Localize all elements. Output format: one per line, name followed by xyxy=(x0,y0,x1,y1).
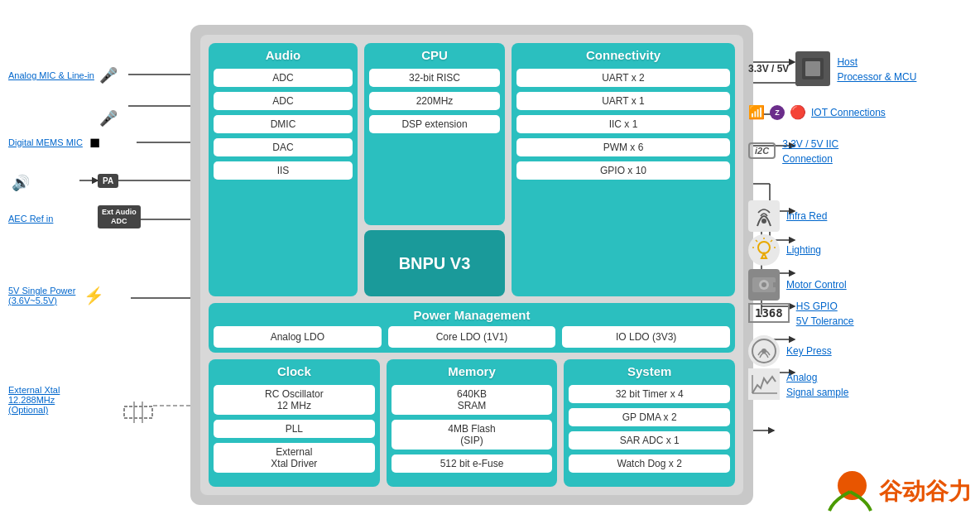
i2c-icon: i2C xyxy=(748,142,776,159)
cpu-item-1: 220MHz xyxy=(369,92,500,110)
keypress-group: Key Press xyxy=(748,335,832,367)
ir-label[interactable]: Infra Red xyxy=(786,210,827,222)
svg-rect-27 xyxy=(805,61,820,76)
voltage-label: 3.3V / 5V xyxy=(748,63,789,75)
svg-point-40 xyxy=(761,219,766,224)
svg-rect-51 xyxy=(773,282,778,287)
power-icon: ⚡ xyxy=(84,286,104,305)
xtal-symbol xyxy=(122,400,154,428)
cpu-section: CPU 32-bit RISC 220MHz DSP extension xyxy=(364,43,505,225)
analog-mic-text[interactable]: Analog MIC & Line-in xyxy=(8,70,94,80)
speaker-icon: 🔊 xyxy=(12,174,30,192)
memory-item-0: 640KB SRAM xyxy=(392,385,553,415)
keypress-label[interactable]: Key Press xyxy=(786,345,832,357)
pa-box: PA xyxy=(98,174,118,188)
iot-label[interactable]: IOT Connections xyxy=(811,107,886,118)
chip-board: Audio ADC ADC DMIC DAC IIS CPU 32-bit RI… xyxy=(190,25,753,505)
bnpu-section: BNPU V3 xyxy=(364,230,505,296)
system-title: System xyxy=(627,364,671,378)
power-text[interactable]: 5V Single Power xyxy=(8,286,75,296)
audio-item-2: DMIC xyxy=(214,115,353,133)
audio-item-4: IIS xyxy=(214,161,353,180)
system-item-0: 32 bit Timer x 4 xyxy=(569,385,730,403)
system-item-3: Watch Dog x 2 xyxy=(569,454,730,473)
wifi-icon: 📶 xyxy=(748,104,765,120)
system-section: System 32 bit Timer x 4 GP DMA x 2 SAR A… xyxy=(564,359,735,487)
power-label: 5V Single Power (3.6V~5.5V) ⚡ xyxy=(8,286,104,305)
memory-item-2: 512 bit e-Fuse xyxy=(392,454,553,473)
memory-section: Memory 640KB SRAM 4MB Flash (SIP) 512 bi… xyxy=(387,359,558,487)
analog-sig-group: Analog Signal sample xyxy=(748,368,848,400)
host-proc-label[interactable]: Host Processor & MCU xyxy=(837,54,916,84)
cpu-title: CPU xyxy=(421,48,448,62)
watermark-text: 谷动谷力 xyxy=(879,476,972,507)
lighting-label[interactable]: Lighting xyxy=(786,244,821,256)
clock-section: Clock RC Oscillator 12 MHz PLL External … xyxy=(209,359,380,487)
power-item-1: Core LDO (1V1) xyxy=(388,326,556,348)
svg-rect-36 xyxy=(797,72,802,75)
system-item-2: SAR ADC x 1 xyxy=(569,431,730,450)
ir-icon xyxy=(748,200,780,232)
iot-group: 📶 Z 🔴 IOT Connections xyxy=(748,104,886,120)
aec-ref-label: AEC Ref in xyxy=(8,214,53,224)
left-labels: Analog MIC & Line-in 🎤 🎤 Digital MEMS MI… xyxy=(0,0,190,529)
svg-point-50 xyxy=(761,282,766,287)
svg-rect-39 xyxy=(824,72,829,75)
inner-board: Audio ADC ADC DMIC DAC IIS CPU 32-bit RI… xyxy=(200,35,743,495)
svg-line-45 xyxy=(771,240,772,242)
memory-title: Memory xyxy=(448,364,496,378)
svg-rect-35 xyxy=(797,67,802,70)
mic-icon-2: 🎤 xyxy=(99,109,118,127)
aec-ref-text[interactable]: AEC Ref in xyxy=(8,214,53,224)
mems-icon: ◼ xyxy=(89,134,100,150)
svg-rect-32 xyxy=(811,79,814,84)
digital-mems-text[interactable]: Digital MEMS MIC xyxy=(8,137,83,147)
svg-rect-31 xyxy=(806,79,809,84)
audio-item-3: DAC xyxy=(214,138,353,156)
clock-item-1: PLL xyxy=(214,420,375,438)
analog-sig-label: Analog Signal sample xyxy=(786,369,848,399)
connectivity-section: Connectivity UART x 2 UART x 1 IIC x 1 P… xyxy=(512,43,735,296)
light-icon xyxy=(748,234,780,266)
watermark: 谷动谷力 xyxy=(825,471,972,512)
right-host-group: 3.3V / 5V xyxy=(748,51,916,86)
zigbee-icon: Z xyxy=(770,105,785,120)
conn-item-0: UART x 2 xyxy=(516,69,730,87)
motor-label[interactable]: Motor Control xyxy=(786,279,847,291)
conn-item-2: IIC x 1 xyxy=(516,115,730,133)
seg-display: 1368 xyxy=(748,303,790,323)
motor-group: Motor Control xyxy=(748,269,847,301)
i2c-group: i2C 3.3V / 5V IIC Connection xyxy=(748,136,838,166)
svg-rect-29 xyxy=(811,53,814,58)
clock-item-2: External Xtal Driver xyxy=(214,443,375,473)
logo-graphic xyxy=(825,471,875,512)
motor-icon xyxy=(748,269,780,301)
audio-section: Audio ADC ADC DMIC DAC IIS xyxy=(209,43,358,296)
conn-item-3: PWM x 6 xyxy=(516,138,730,156)
analog-sig-icon xyxy=(748,368,780,400)
lighting-group: Lighting xyxy=(748,234,821,266)
conn-item-4: GPIO x 10 xyxy=(516,161,730,180)
conn-item-1: UART x 1 xyxy=(516,92,730,110)
power-text2: (3.6V~5.5V) xyxy=(8,296,75,305)
ext-xtal-label: External Xtal 12.288MHz (Optional) xyxy=(8,385,60,415)
power-title: Power Management xyxy=(414,308,531,322)
bnpu-title: BNPU V3 xyxy=(399,254,471,273)
ext-xtal-optional[interactable]: (Optional) xyxy=(8,405,60,415)
power-item-0: Analog LDO xyxy=(214,326,382,348)
cpu-item-2: DSP extension xyxy=(369,115,500,133)
ext-xtal-freq[interactable]: 12.288MHz xyxy=(8,395,60,405)
mic-icon-1: 🎤 xyxy=(99,66,118,84)
ext-audio-adc-box: Ext AudioADC xyxy=(98,205,141,228)
power-item-2: IO LDO (3V3) xyxy=(562,326,730,348)
svg-rect-30 xyxy=(816,53,819,58)
svg-rect-28 xyxy=(806,53,809,58)
diagram-container: Analog MIC & Line-in 🎤 🎤 Digital MEMS MI… xyxy=(0,0,980,529)
bottom-row: Clock RC Oscillator 12 MHz PLL External … xyxy=(209,359,735,487)
hs-gpio-group: 1368 HS GPIO 5V Tolerance xyxy=(748,298,854,328)
ext-xtal-text[interactable]: External Xtal xyxy=(8,385,60,395)
memory-item-1: 4MB Flash (SIP) xyxy=(392,420,553,450)
chip-icon xyxy=(795,51,830,86)
svg-rect-37 xyxy=(824,62,829,65)
power-row: Power Management Analog LDO Core LDO (1V… xyxy=(209,303,735,353)
